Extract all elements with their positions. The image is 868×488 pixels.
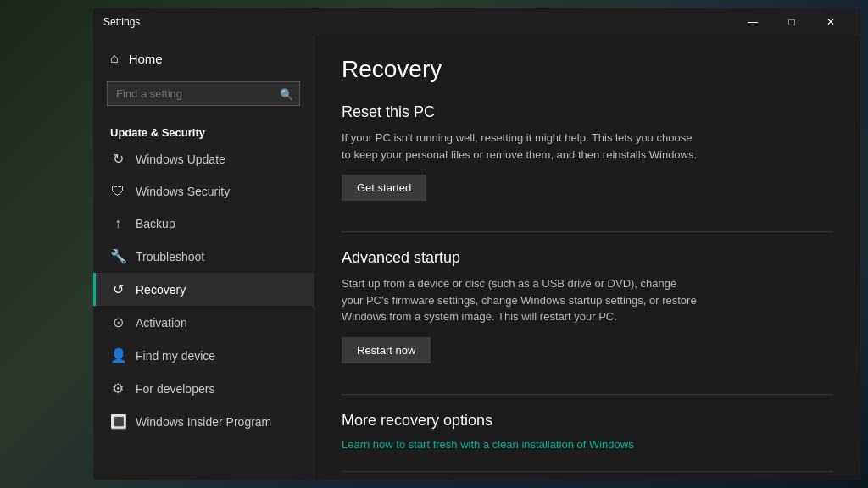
sidebar-item-label: Find my device <box>136 349 215 363</box>
sidebar-item-recovery[interactable]: ↺ Recovery <box>93 273 314 306</box>
backup-icon: ↑ <box>110 216 125 231</box>
search-container: 🔍 <box>107 81 300 106</box>
sidebar-item-label: Troubleshoot <box>136 250 204 263</box>
sidebar-item-backup[interactable]: ↑ Backup <box>93 208 314 240</box>
sidebar-item-label: Windows Update <box>136 152 225 166</box>
divider-2 <box>342 394 833 395</box>
windows-security-icon: 🛡 <box>110 184 125 199</box>
reset-pc-title: Reset this PC <box>342 103 833 121</box>
sidebar-section-label: Update & Security <box>93 119 314 142</box>
developers-icon: ⚙ <box>110 380 125 396</box>
activation-icon: ⊙ <box>110 314 125 330</box>
sidebar: ⌂ Home 🔍 Update & Security ↻ Windows Upd… <box>93 36 314 480</box>
divider-3 <box>342 471 833 472</box>
sidebar-home-label: Home <box>129 52 163 66</box>
sidebar-item-windows-security[interactable]: 🛡 Windows Security <box>93 175 314 208</box>
sidebar-item-label: For developers <box>136 382 214 396</box>
restart-now-button[interactable]: Restart now <box>342 337 431 363</box>
sidebar-item-find-device[interactable]: 👤 Find my device <box>93 339 314 372</box>
close-button[interactable]: ✕ <box>811 8 850 36</box>
recovery-icon: ↺ <box>110 281 125 297</box>
find-device-icon: 👤 <box>110 347 125 363</box>
settings-window: Settings — □ ✕ ⌂ Home 🔍 Update & Securit… <box>93 8 860 480</box>
main-area: ⌂ Home 🔍 Update & Security ↻ Windows Upd… <box>93 36 860 480</box>
advanced-startup-desc: Start up from a device or disc (such as … <box>342 275 698 325</box>
home-icon: ⌂ <box>110 51 119 66</box>
reset-pc-desc: If your PC isn't running well, resetting… <box>342 130 698 163</box>
maximize-button[interactable]: □ <box>772 8 811 36</box>
sidebar-item-label: Backup <box>136 217 175 230</box>
search-icon: 🔍 <box>280 87 293 100</box>
sidebar-item-activation[interactable]: ⊙ Activation <box>93 306 314 339</box>
advanced-startup-title: Advanced startup <box>342 249 833 267</box>
more-options-title: More recovery options <box>342 412 833 430</box>
windows-update-icon: ↻ <box>110 151 125 167</box>
window-controls: — □ ✕ <box>733 8 850 36</box>
clean-install-link[interactable]: Learn how to start fresh with a clean in… <box>342 438 833 451</box>
sidebar-item-label: Windows Security <box>136 185 230 198</box>
sidebar-item-troubleshoot[interactable]: 🔧 Troubleshoot <box>93 240 314 273</box>
window-title: Settings <box>103 16 140 28</box>
sidebar-item-windows-insider[interactable]: 🔳 Windows Insider Program <box>93 405 314 438</box>
content-area: Recovery Reset this PC If your PC isn't … <box>314 36 860 480</box>
sidebar-item-for-developers[interactable]: ⚙ For developers <box>93 372 314 405</box>
page-title: Recovery <box>342 56 833 83</box>
titlebar: Settings — □ ✕ <box>93 8 860 36</box>
divider-1 <box>342 231 833 232</box>
minimize-button[interactable]: — <box>733 8 772 36</box>
sidebar-item-label: Activation <box>136 316 187 330</box>
sidebar-item-home[interactable]: ⌂ Home <box>93 42 314 75</box>
sidebar-item-label: Windows Insider Program <box>136 415 271 429</box>
insider-icon: 🔳 <box>110 413 125 430</box>
sidebar-item-label: Recovery <box>136 283 186 297</box>
sidebar-item-windows-update[interactable]: ↻ Windows Update <box>93 142 314 175</box>
get-started-button[interactable]: Get started <box>342 175 426 201</box>
troubleshoot-icon: 🔧 <box>110 248 125 264</box>
search-input[interactable] <box>107 81 300 106</box>
